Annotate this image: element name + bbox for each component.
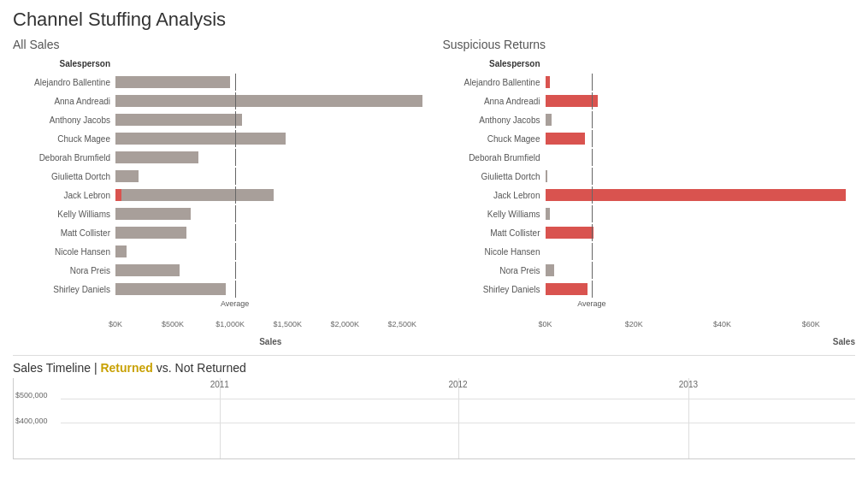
sr-bar-area <box>546 74 856 91</box>
sr-bar-fill <box>546 76 550 88</box>
timeline-h-grid-line <box>61 423 855 423</box>
bar-fill <box>115 264 180 276</box>
sr-bar-area <box>546 224 856 241</box>
page-title: Channel Stuffing Analysis <box>13 9 855 31</box>
bar-row: Jack Lebron <box>13 186 426 204</box>
all-sales-chart: Salesperson Alejandro BallentineAnna And… <box>13 55 426 346</box>
suspicious-returns-section: Suspicious Returns Salesperson Alejandro… <box>443 38 856 346</box>
bar-row: Nicole Hansen <box>13 243 426 260</box>
sr-x-tick: $20K <box>625 320 643 328</box>
chart-header: Salesperson <box>13 55 426 72</box>
all-sales-section: All Sales Salesperson Alejandro Ballenti… <box>13 38 426 346</box>
sr-bar-area <box>546 111 856 128</box>
sr-avg-line <box>592 111 593 128</box>
sr-avg-line <box>592 205 593 222</box>
sr-bar-label: Alejandro Ballentine <box>443 78 546 87</box>
sr-bar-fill <box>546 95 599 107</box>
bar-label: Chuck Magee <box>13 134 115 144</box>
sr-bar-fill <box>546 189 847 201</box>
bar-fill <box>115 114 242 126</box>
avg-line <box>235 224 236 241</box>
bar-row: Shirley Daniels <box>13 281 426 298</box>
sr-bar-row: Nora Preis <box>443 262 856 279</box>
bar-label: Anna Andreadi <box>13 97 115 106</box>
sr-bar-area <box>546 243 856 260</box>
bar-label: Nora Preis <box>13 266 115 275</box>
avg-line <box>235 205 236 222</box>
avg-label-row: Average <box>13 299 426 315</box>
avg-line <box>235 281 236 298</box>
bar-area <box>115 262 426 279</box>
bar-row: Alejandro Ballentine <box>13 74 426 91</box>
sr-bar-fill <box>546 170 548 182</box>
timeline-year-label: 2013 <box>679 380 698 389</box>
bar-row: Kelly Williams <box>13 205 426 222</box>
bar-fill <box>115 95 422 107</box>
bar-row: Anthony Jacobs <box>13 111 426 128</box>
sr-avg-line <box>592 262 593 279</box>
avg-line <box>235 243 236 260</box>
sr-bar-fill <box>546 264 555 276</box>
timeline-area: 201120122013 <box>61 378 855 458</box>
sr-bar-row: Jack Lebron <box>443 186 856 204</box>
bar-area <box>115 205 426 222</box>
sr-bar-area <box>546 130 856 147</box>
sr-avg-line <box>592 168 593 185</box>
bar-fill <box>115 283 226 295</box>
suspicious-returns-bars: Alejandro BallentineAnna AndreadiAnthony… <box>443 74 856 315</box>
sr-avg-line <box>592 149 593 166</box>
bar-area <box>115 111 426 128</box>
sr-avg-line <box>592 130 593 147</box>
sr-bar-label: Chuck Magee <box>443 134 546 144</box>
bar-area-header <box>115 55 426 72</box>
bar-fill <box>115 208 191 220</box>
sr-bar-label: Jack Lebron <box>443 191 546 200</box>
bar-label: Deborah Brumfield <box>13 153 115 163</box>
timeline-year-label: 2011 <box>210 380 229 389</box>
bar-label: Alejandro Ballentine <box>13 78 115 87</box>
sr-bar-row: Alejandro Ballentine <box>443 74 856 91</box>
sr-avg-line <box>592 74 593 91</box>
sr-bar-row: Nicole Hansen <box>443 243 856 260</box>
sr-x-axis-labels: $0K$20K$40K$60K <box>546 318 856 335</box>
avg-label: Average <box>221 299 249 308</box>
sr-avg-line <box>592 186 593 204</box>
x-tick: $500K <box>162 320 184 328</box>
bar-fill <box>115 245 127 257</box>
charts-row: All Sales Salesperson Alejandro Ballenti… <box>13 38 855 346</box>
timeline-chart: $500,000 $400,000 201120122013 <box>13 378 855 459</box>
sr-x-tick: $0K <box>538 320 552 328</box>
sr-bar-fill <box>546 283 588 295</box>
sr-avg-line <box>592 224 593 241</box>
bar-fill <box>115 170 139 182</box>
bar-label: Matt Collister <box>13 228 115 238</box>
bar-area <box>115 168 426 185</box>
sr-bar-row: Shirley Daniels <box>443 281 856 298</box>
bar-area <box>115 149 426 166</box>
vs-label: vs. Not Returned <box>156 361 246 375</box>
avg-line <box>235 186 236 204</box>
sr-axis-title: Sales <box>546 337 856 346</box>
bar-label: Nicole Hansen <box>13 247 115 257</box>
bar-row: Matt Collister <box>13 224 426 241</box>
bar-label: Shirley Daniels <box>13 285 115 294</box>
bar-area <box>115 281 426 298</box>
avg-line <box>235 149 236 166</box>
avg-line <box>235 262 236 279</box>
sr-bar-row: Deborah Brumfield <box>443 149 856 166</box>
bar-row: Anna Andreadi <box>13 92 426 109</box>
sr-bar-area <box>546 186 856 204</box>
timeline-year-label: 2012 <box>448 380 467 389</box>
bar-row: Giulietta Dortch <box>13 168 426 185</box>
avg-line <box>235 168 236 185</box>
sr-bar-fill <box>546 133 586 145</box>
sr-bar-label: Nora Preis <box>443 266 546 275</box>
avg-line <box>235 130 236 147</box>
timeline-y-axis: $500,000 $400,000 <box>14 378 61 458</box>
sr-bar-label: Nicole Hansen <box>443 247 546 257</box>
sr-bar-fill <box>546 114 552 126</box>
sr-bar-row: Anthony Jacobs <box>443 111 856 128</box>
timeline-title: Sales Timeline | Returned vs. Not Return… <box>13 361 855 375</box>
bar-row: Nora Preis <box>13 262 426 279</box>
avg-line <box>235 74 236 91</box>
